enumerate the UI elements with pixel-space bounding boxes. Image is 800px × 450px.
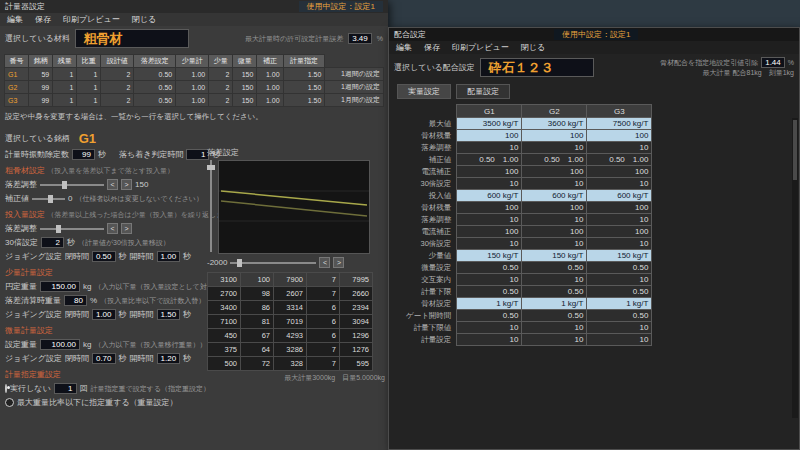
chart-left-button[interactable]: < <box>319 257 330 268</box>
value-cell[interactable]: 7500 kg/T <box>587 118 652 130</box>
value-cell[interactable]: 0.50 <box>587 310 652 322</box>
jog-open-input[interactable]: 1.00 <box>157 251 181 262</box>
chart-right-button[interactable]: > <box>333 257 344 268</box>
value-cell[interactable]: 100 <box>587 130 652 142</box>
value-cell[interactable]: 10 <box>522 274 587 286</box>
ratio-input[interactable]: 1.44 <box>761 57 785 68</box>
cell[interactable]: 2 <box>101 81 134 94</box>
value-cell[interactable]: 3600 kg/T <box>522 118 587 130</box>
slider-dec-button[interactable]: < <box>107 223 118 234</box>
cell[interactable]: 1週間の設定 <box>325 81 384 94</box>
menu-item-保存[interactable]: 保存 <box>424 42 440 53</box>
value-cell[interactable]: 1 kg/T <box>457 298 522 310</box>
vertical-slider[interactable] <box>207 160 215 252</box>
vibration-input[interactable]: 99 <box>72 149 95 160</box>
value-cell[interactable]: 100 <box>457 130 522 142</box>
menu-item-保存[interactable]: 保存 <box>35 14 51 25</box>
value-cell[interactable]: 100 <box>522 130 587 142</box>
cell[interactable]: 1 <box>53 94 77 107</box>
value-cell[interactable]: 0.50 <box>587 262 652 274</box>
value-cell[interactable]: 150 kg/T <box>457 250 522 262</box>
row-id[interactable]: G3 <box>5 94 29 107</box>
value-cell[interactable]: 600 kg/T <box>457 190 522 202</box>
cell[interactable]: 1週間の設定 <box>325 68 384 81</box>
drop-settle-input[interactable]: 80 <box>64 295 87 306</box>
jog-open-input[interactable]: 1.50 <box>157 309 181 320</box>
micro-weight-input[interactable]: 100.00 <box>40 339 80 350</box>
value-cell[interactable]: 3500 kg/T <box>457 118 522 130</box>
cell[interactable]: 150 <box>233 94 257 107</box>
column-header[interactable]: 少量 <box>209 55 233 68</box>
cell[interactable]: 0.50 <box>134 81 176 94</box>
jog-open-input[interactable]: 1.20 <box>157 353 181 364</box>
cell[interactable]: 0.50 <box>134 68 176 81</box>
value-cell[interactable]: 10 <box>522 214 587 226</box>
menu-item-印刷プレビュー[interactable]: 印刷プレビュー <box>63 14 120 25</box>
value-cell[interactable]: 100 <box>457 202 522 214</box>
scrollbar[interactable] <box>792 118 798 418</box>
menu-item-編集[interactable]: 編集 <box>7 14 23 25</box>
column-header-G1[interactable]: G1 <box>457 105 522 118</box>
settle-input[interactable]: 1 <box>186 149 209 160</box>
value-cell[interactable]: 0.50 <box>457 286 522 298</box>
slider-dec-button[interactable]: < <box>107 179 118 190</box>
value-cell[interactable]: 10 <box>587 142 652 154</box>
cell[interactable]: 99 <box>29 81 53 94</box>
column-header[interactable]: 銘柄 <box>29 55 53 68</box>
value-cell[interactable]: 150 kg/T <box>522 250 587 262</box>
value-cell[interactable]: 10 <box>457 274 522 286</box>
cell[interactable]: 1.50 <box>283 68 325 81</box>
cell[interactable]: 59 <box>29 68 53 81</box>
table-row[interactable]: G1591120.501.0021501.001.501週間の設定 <box>5 68 384 81</box>
cell[interactable]: 1 <box>77 94 101 107</box>
value-cell[interactable]: 0.50 <box>522 262 587 274</box>
value-cell[interactable]: 100 <box>587 202 652 214</box>
cell[interactable]: 1.00 <box>257 68 283 81</box>
cell[interactable]: 1.00 <box>176 81 209 94</box>
value-cell[interactable]: 10 <box>587 238 652 250</box>
tab-ratio[interactable]: 配量設定 <box>456 84 510 99</box>
column-header[interactable]: 補正 <box>257 55 283 68</box>
value-cell[interactable]: 600 kg/T <box>587 190 652 202</box>
column-header-G2[interactable]: G2 <box>522 105 587 118</box>
value-cell[interactable]: 0.50 <box>457 310 522 322</box>
value-cell[interactable]: 10 <box>457 322 522 334</box>
jog-close-input[interactable]: 0.50 <box>92 251 116 262</box>
menu-item-印刷プレビュー[interactable]: 印刷プレビュー <box>452 42 509 53</box>
correction-slider[interactable] <box>32 195 65 203</box>
value-cell[interactable]: 0.50 <box>457 262 522 274</box>
value-cell[interactable]: 10 <box>457 178 522 190</box>
radio-weight-select[interactable] <box>5 398 14 407</box>
menu-item-閉じる[interactable]: 閉じる <box>521 42 545 53</box>
cell[interactable]: 1.50 <box>283 81 325 94</box>
table-row[interactable]: G3991120.501.0021501.001.501月間の設定 <box>5 94 384 107</box>
cell[interactable]: 1 <box>77 68 101 81</box>
title-bar[interactable]: 配合設定 使用中設定：設定1 <box>389 28 799 41</box>
value-cell[interactable]: 0.50 <box>522 310 587 322</box>
feed-drop-slider[interactable] <box>40 225 104 233</box>
jog-close-input[interactable]: 0.70 <box>92 353 116 364</box>
column-header[interactable]: 番号 <box>5 55 29 68</box>
value-cell[interactable]: 10 <box>522 178 587 190</box>
value-cell[interactable]: 0.50 <box>587 286 652 298</box>
value-cell[interactable]: 100 <box>587 166 652 178</box>
tolerance-input[interactable]: 3.49 <box>348 33 372 44</box>
cell[interactable]: 1 <box>53 68 77 81</box>
column-header[interactable]: 落差設定 <box>134 55 176 68</box>
title-bar[interactable]: 計量器設定 使用中設定：設定1 <box>0 0 388 13</box>
cell[interactable]: 2 <box>101 68 134 81</box>
value-cell[interactable]: 100 <box>457 226 522 238</box>
cell[interactable]: 2 <box>209 94 233 107</box>
value-cell[interactable]: 10 <box>587 214 652 226</box>
cell[interactable]: 2 <box>209 81 233 94</box>
value-cell[interactable]: 10 <box>457 334 522 346</box>
value-cell[interactable]: 10 <box>587 322 652 334</box>
value-cell[interactable]: 10 <box>522 238 587 250</box>
value-cell[interactable]: 10 <box>457 214 522 226</box>
value-cell[interactable]: 10 <box>587 334 652 346</box>
cell[interactable]: 1.00 <box>257 81 283 94</box>
menu-item-編集[interactable]: 編集 <box>396 42 412 53</box>
cell[interactable]: 99 <box>29 94 53 107</box>
mix-name-input[interactable]: 砕石１２３ <box>480 58 594 77</box>
cell[interactable]: 1.00 <box>257 94 283 107</box>
